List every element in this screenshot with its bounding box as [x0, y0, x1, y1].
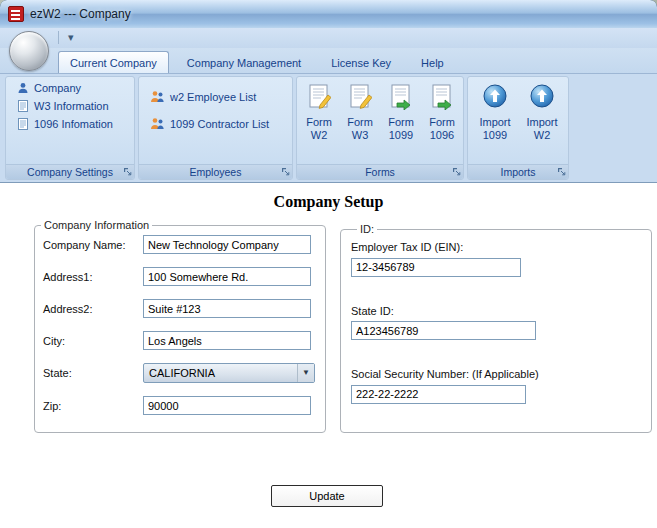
address1-input[interactable]: [143, 267, 311, 286]
address1-label: Address1:: [43, 271, 143, 283]
ribbon-tab-bar: Current Company Company Management Licen…: [0, 48, 657, 74]
city-label: City:: [43, 335, 143, 347]
form-edit-icon: [348, 84, 372, 110]
ribbon-group-employees: w2 Employee List 1099 Contractor List Em…: [138, 76, 293, 180]
tab-current-company[interactable]: Current Company: [58, 51, 169, 73]
ribbon-item-1096-information[interactable]: 1096 Infomation: [14, 117, 134, 131]
ribbon-button-form-w2[interactable]: Form W2: [299, 80, 339, 164]
zip-label: Zip:: [43, 400, 143, 412]
page-title: Company Setup: [0, 193, 657, 211]
people-icon: [150, 90, 165, 103]
form-row: Zip:: [43, 396, 325, 415]
import-icon: [483, 84, 507, 108]
title-bar[interactable]: ezW2 --- Company: [0, 0, 657, 28]
address2-input[interactable]: [143, 299, 311, 318]
city-input[interactable]: [143, 331, 311, 350]
company-name-label: Company Name:: [43, 239, 143, 251]
ribbon-item-label: 1096 Infomation: [34, 118, 113, 130]
state-label: State:: [43, 367, 143, 379]
ribbon-item-1099-contractor-list[interactable]: 1099 Contractor List: [147, 116, 292, 131]
ribbon-item-label: 1099 Contractor List: [170, 118, 269, 130]
ribbon-button-label-line1: Form: [340, 116, 380, 129]
address2-label: Address2:: [43, 303, 143, 315]
form-row: State: CALIFORNIA ▼: [43, 363, 325, 383]
ribbon-group-company-settings: Company W3 Information 1096 Infomation C…: [5, 76, 135, 180]
ribbon-button-label-line2: 1099: [473, 129, 517, 142]
form-row: City:: [43, 331, 325, 350]
ribbon-button-label-line1: Import: [520, 116, 564, 129]
app-window: ezW2 --- Company ▾ Current Company Compa…: [0, 0, 657, 528]
company-information-legend: Company Information: [41, 219, 152, 231]
ribbon-item-label: Company: [34, 82, 81, 94]
ribbon-button-label-line2: W3: [340, 129, 380, 142]
ribbon-item-w2-employee-list[interactable]: w2 Employee List: [147, 89, 292, 104]
ribbon-item-company[interactable]: Company: [14, 81, 134, 95]
state-id-label: State ID:: [351, 305, 641, 317]
quick-access-toolbar: ▾: [0, 28, 657, 48]
ribbon-button-import-w2[interactable]: Import W2: [520, 80, 564, 164]
state-id-input[interactable]: [351, 321, 536, 340]
ribbon-button-label-line1: Form: [299, 116, 339, 129]
ribbon-button-label-line2: W2: [299, 129, 339, 142]
combo-dropdown-arrow-icon[interactable]: ▼: [297, 364, 314, 382]
ribbon-button-label-line1: Form: [422, 116, 462, 129]
ribbon-group-caption: Forms: [297, 164, 463, 179]
state-select-value: CALIFORNIA: [149, 367, 215, 379]
ribbon-button-label-line2: W2: [520, 129, 564, 142]
form-row: Address2:: [43, 299, 325, 318]
ssn-input[interactable]: [351, 385, 526, 404]
dialog-launcher-icon[interactable]: [557, 167, 566, 176]
people-icon: [150, 117, 165, 130]
document-icon: [17, 100, 29, 112]
dialog-launcher-icon[interactable]: [123, 167, 132, 176]
form-row: Address1:: [43, 267, 325, 286]
ribbon-button-label-line2: 1099: [381, 129, 421, 142]
form-edit-icon: [307, 84, 331, 110]
ribbon-button-label-line1: Import: [473, 116, 517, 129]
window-title: ezW2 --- Company: [30, 7, 131, 21]
tab-company-management[interactable]: Company Management: [175, 51, 313, 73]
ribbon-group-caption: Imports: [468, 164, 568, 179]
ribbon-group-imports: Import 1099 Import W2 Imports: [467, 76, 569, 180]
zip-input[interactable]: [143, 396, 311, 415]
ribbon-item-label: W3 Information: [34, 100, 109, 112]
ribbon-group-caption: Employees: [139, 164, 292, 179]
ribbon-button-form-1099[interactable]: Form 1099: [381, 80, 421, 164]
document-icon: [17, 118, 29, 130]
ribbon-button-import-1099[interactable]: Import 1099: [473, 80, 517, 164]
ribbon-button-label-line1: Form: [381, 116, 421, 129]
toolbar-separator: [58, 31, 59, 44]
tab-help[interactable]: Help: [409, 51, 456, 73]
ribbon: Company W3 Information 1096 Infomation C…: [0, 74, 657, 182]
ein-label: Employer Tax ID (EIN):: [351, 241, 641, 253]
ribbon-button-form-1096[interactable]: Form 1096: [422, 80, 462, 164]
ribbon-group-caption: Company Settings: [6, 164, 134, 179]
ribbon-item-w3-information[interactable]: W3 Information: [14, 99, 134, 113]
ribbon-group-caption-label: Imports: [500, 166, 535, 178]
update-button[interactable]: Update: [271, 485, 383, 507]
chevron-down-icon[interactable]: ▾: [64, 29, 78, 46]
state-select[interactable]: CALIFORNIA ▼: [143, 363, 315, 383]
main-content: Company Setup Company Information Compan…: [0, 182, 657, 528]
import-icon: [530, 84, 554, 108]
company-name-input[interactable]: [143, 235, 311, 254]
ssn-label: Social Security Number: (If Applicable): [351, 368, 641, 380]
app-logo-icon: [8, 6, 24, 22]
dialog-launcher-icon[interactable]: [281, 167, 290, 176]
form-row: Company Name:: [43, 235, 325, 254]
ribbon-group-forms: Form W2 Form W3 Form 1099: [296, 76, 464, 180]
id-groupbox: ID: Employer Tax ID (EIN): State ID: Soc…: [340, 223, 652, 433]
ribbon-button-label-line2: 1096: [422, 129, 462, 142]
ribbon-group-caption-label: Employees: [190, 166, 242, 178]
tab-license-key[interactable]: License Key: [319, 51, 403, 73]
ein-input[interactable]: [351, 258, 521, 277]
ribbon-group-caption-label: Forms: [365, 166, 395, 178]
id-legend: ID:: [357, 223, 377, 235]
form-arrow-icon: [430, 84, 454, 110]
application-menu-button[interactable]: [9, 31, 49, 71]
form-arrow-icon: [389, 84, 413, 110]
company-information-groupbox: Company Information Company Name: Addres…: [34, 219, 326, 433]
person-icon: [17, 82, 29, 94]
dialog-launcher-icon[interactable]: [452, 167, 461, 176]
ribbon-button-form-w3[interactable]: Form W3: [340, 80, 380, 164]
